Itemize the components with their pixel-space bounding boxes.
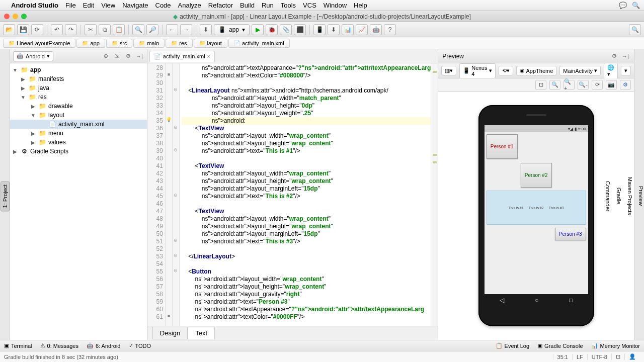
crumb-res[interactable]: 📁res [166, 39, 192, 48]
inspector-icon[interactable]: 👤 [624, 353, 640, 360]
tree-item[interactable]: ▼📁res [10, 93, 147, 102]
project-view-combo[interactable]: 🤖Android▾ [13, 51, 53, 61]
minimize-window-button[interactable] [13, 14, 18, 19]
device-combo[interactable]: 📱Nexus 4▾ [459, 63, 495, 78]
editor-body[interactable]: 2829303132333435363738394041424344454647… [147, 63, 438, 326]
tree-item[interactable]: ▶📁menu [10, 129, 147, 138]
avd-button[interactable]: 📱 [313, 24, 326, 35]
redo-button[interactable]: ↷ [65, 24, 77, 35]
tab-maven[interactable]: Maven Projects [627, 177, 633, 215]
preview-config-combo[interactable]: ▥▾ [441, 66, 456, 75]
find-button[interactable]: 🔍 [132, 24, 144, 35]
debug-button[interactable]: 🐞 [266, 24, 278, 35]
paste-button[interactable]: 📋 [113, 24, 125, 35]
save-button[interactable]: 💾 [17, 24, 29, 35]
menu-vcs[interactable]: VCS [303, 2, 316, 9]
theme-combo[interactable]: ◉AppTheme [516, 66, 557, 75]
tree-item[interactable]: ▶📁values [10, 138, 147, 147]
tab-todo[interactable]: ✓ TODO [129, 342, 151, 349]
help-button[interactable]: ? [384, 24, 396, 35]
tree-item[interactable]: ▶📁manifests [10, 74, 147, 83]
close-window-button[interactable] [4, 14, 10, 19]
encoding[interactable]: UTF-8 [587, 354, 611, 360]
close-icon[interactable]: × [207, 53, 210, 59]
preview-settings-button[interactable]: ⚙ [620, 80, 631, 90]
tab-project[interactable]: 1: Project [1, 181, 10, 211]
sync-button[interactable]: ⟳ [31, 24, 43, 35]
undo-button[interactable]: ↶ [51, 24, 63, 35]
menu-tools[interactable]: Tools [281, 2, 296, 9]
menu-code[interactable]: Code [155, 2, 171, 9]
project-collapse-icon[interactable]: ⇲ [113, 52, 122, 61]
tab-preview[interactable]: Preview [638, 186, 644, 206]
tab-terminal[interactable]: ▣ Terminal [4, 342, 32, 349]
zoom-actual-button[interactable]: 🔍 [549, 80, 560, 90]
locale-combo[interactable]: 🌐▾ [604, 63, 618, 79]
tree-item[interactable]: ▶📁java [10, 83, 147, 93]
tree-item[interactable]: ▶📁drawable [10, 102, 147, 111]
menu-help[interactable]: Help [354, 2, 367, 9]
open-button[interactable]: 📂 [3, 24, 15, 35]
text-tab[interactable]: Text [188, 327, 215, 339]
line-ending[interactable]: LF [572, 354, 587, 360]
api-combo[interactable]: ▾ [621, 66, 631, 75]
tab-gradle[interactable]: Gradle [616, 188, 622, 204]
stop-button[interactable]: ⬛ [294, 24, 306, 35]
menu-edit[interactable]: Edit [83, 2, 94, 9]
back-button[interactable]: ← [166, 24, 178, 35]
forward-button[interactable]: → [180, 24, 192, 35]
orientation-combo[interactable]: ⟲▾ [499, 66, 513, 75]
marker-strip[interactable] [431, 63, 438, 326]
tab-commander[interactable]: Commander [605, 181, 611, 212]
menu-app-name[interactable]: Android Studio [11, 2, 58, 9]
menu-run[interactable]: Run [262, 2, 274, 9]
tab-messages[interactable]: ⚠ 0: Messages [40, 342, 78, 349]
run-config-combo[interactable]: 📱app▾ [214, 24, 250, 35]
preview-settings-icon[interactable]: ⚙ [610, 52, 619, 61]
project-scroll-from-source-icon[interactable]: ⊕ [102, 52, 111, 61]
screenshot-button[interactable]: 📷 [606, 80, 617, 90]
design-tab[interactable]: Design [152, 327, 188, 339]
tab-gradle-console[interactable]: ▣ Gradle Console [537, 342, 583, 349]
replace-button[interactable]: 🔎 [146, 24, 158, 35]
attach-debugger-button[interactable]: 📎 [280, 24, 292, 35]
menu-navigate[interactable]: Navigate [122, 2, 148, 9]
copy-button[interactable]: ⧉ [99, 24, 111, 35]
tree-item[interactable]: ▶⚙Gradle Scripts [10, 147, 147, 156]
tree-item[interactable]: ▼📁app [10, 65, 147, 74]
refresh-button[interactable]: ⟳ [592, 80, 603, 90]
make-button[interactable]: ⬇ [200, 24, 212, 35]
ddms-button[interactable]: 📊 [342, 24, 354, 35]
activity-combo[interactable]: MainActivity▾ [559, 66, 601, 75]
tree-item[interactable]: ▼📁layout [10, 111, 147, 120]
crumb-project[interactable]: 📁LinearLayoutExample [3, 39, 75, 48]
search-everywhere-button[interactable]: 🔍 [629, 24, 641, 35]
menu-build[interactable]: Build [240, 2, 255, 9]
project-hide-icon[interactable]: →| [135, 52, 144, 61]
menu-refactor[interactable]: Refactor [208, 2, 233, 9]
zoom-fit-button[interactable]: ⊡ [535, 80, 546, 90]
zoom-window-button[interactable] [21, 14, 27, 19]
crumb-file[interactable]: 📄activity_main.xml [228, 39, 290, 48]
spotlight-icon[interactable]: 🔍 [632, 2, 640, 9]
menu-view[interactable]: View [101, 2, 115, 9]
editor-tab-activity-main[interactable]: 📄activity_main.xml× [149, 51, 215, 62]
menu-window[interactable]: Window [324, 2, 347, 9]
cut-button[interactable]: ✂ [85, 24, 97, 35]
zoom-out-button[interactable]: 🔍- [578, 80, 589, 90]
zoom-in-button[interactable]: 🔍+ [564, 80, 575, 90]
menu-file[interactable]: File [65, 2, 76, 9]
tab-memory-monitor[interactable]: 📊 Memory Monitor [591, 342, 640, 349]
preview-hide-icon[interactable]: →| [621, 52, 630, 61]
context-icon[interactable]: ⊡ [611, 353, 624, 360]
project-settings-icon[interactable]: ⚙ [124, 52, 133, 61]
menu-analyze[interactable]: Analyze [178, 2, 201, 9]
monitor-button[interactable]: 📈 [356, 24, 368, 35]
notification-icon[interactable]: 💬 [619, 2, 627, 9]
sdk-button[interactable]: ⬇ [328, 24, 340, 35]
crumb-main[interactable]: 📁main [133, 39, 165, 48]
code-area[interactable]: ns">android:attr">textAppearance="?"ns">… [180, 63, 431, 326]
crumb-layout[interactable]: 📁layout [194, 39, 227, 48]
run-button[interactable]: ▶ [252, 24, 264, 35]
tree-item[interactable]: 📄activity_main.xml [10, 120, 147, 129]
